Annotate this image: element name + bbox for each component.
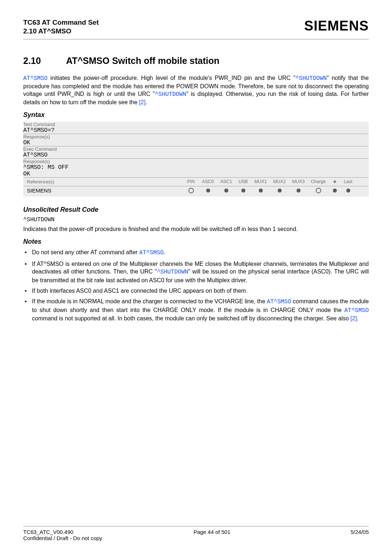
col-asc0: ASC0 (199, 179, 217, 185)
syntax-panel: Test Command AT^SMSO=? Response(s) OK Ex… (23, 122, 369, 197)
link-at-smso[interactable]: AT^SMSO (23, 75, 48, 82)
references-label: Reference(s) (27, 179, 183, 185)
col-mux3: MUX3 (289, 179, 308, 185)
reference-values (183, 187, 356, 194)
val-mux1 (251, 187, 270, 194)
link-at-smso-n4a[interactable]: AT^SMSO (267, 299, 291, 305)
reference-header-row: Reference(s) PIN ASC0 ASC1 USB MUX1 MUX2… (23, 178, 369, 186)
link-shutdown-n2[interactable]: ^SHUTDOWN (157, 269, 188, 275)
page-footer: TC63_ATC_V00.490 Page 44 of 501 5/24/05 … (23, 526, 369, 541)
notes-list: Do not send any other AT command after A… (23, 248, 369, 323)
reference-data-row: SIEMENS (23, 186, 369, 197)
response-label-2: Response(s) (23, 159, 369, 165)
link-shutdown-1[interactable]: ^SHUTDOWN (295, 75, 327, 82)
airplane-icon: ✈ (329, 179, 340, 185)
test-command: AT^SMSO=? (23, 127, 369, 134)
link-shutdown-2[interactable]: ^SHUTDOWN (155, 91, 186, 98)
footer-row-2: Confidential / Draft - Do not copy (23, 535, 369, 541)
exec-command-label: Exec Command (23, 146, 369, 152)
note-2: If AT^SMSO is entered on one of the Mult… (23, 260, 369, 284)
col-usb: USB (235, 179, 251, 185)
col-mux2: MUX2 (270, 179, 289, 185)
col-last: Last (340, 179, 356, 185)
note-3: If both interfaces ASC0 and ASC1 are con… (23, 287, 369, 295)
doc-subtitle: 2.10 AT^SMSO (23, 27, 99, 35)
header-left: TC63 AT Command Set 2.10 AT^SMSO (23, 18, 99, 35)
response-2a: ^SMSO: MS OFF (23, 164, 369, 171)
response-1: OK (23, 139, 369, 146)
footer-left: TC63_ATC_V00.490 (23, 529, 73, 535)
syntax-heading: Syntax (23, 111, 369, 119)
urc-description: Indicates that the power-off procedure i… (23, 225, 369, 233)
note-1: Do not send any other AT command after A… (23, 248, 369, 257)
note-4: If the module is in NORMAL mode and the … (23, 297, 369, 322)
urc-heading: Unsolicited Result Code (23, 206, 369, 214)
val-asc1 (217, 187, 235, 194)
link-at-smso-n4b[interactable]: AT^SMSO (344, 307, 369, 314)
siemens-logo: SIEMENS (304, 18, 369, 34)
val-pin (183, 187, 199, 194)
reference-vendor: SIEMENS (27, 187, 183, 194)
section-heading: 2.10 AT^SMSO Switch off mobile station (23, 56, 369, 66)
section-number: 2.10 (23, 56, 64, 66)
val-mux3 (289, 187, 308, 194)
col-asc1: ASC1 (217, 179, 235, 185)
val-last (340, 187, 356, 194)
response-2b: OK (23, 171, 369, 178)
test-command-label: Test Command (23, 122, 369, 127)
urc-code: ^SHUTDOWN (23, 216, 369, 223)
val-charge (308, 187, 329, 194)
header-rule (23, 39, 369, 40)
footer-center: Page 44 of 501 (193, 529, 230, 535)
exec-command: AT^SMSO (23, 152, 369, 159)
footer-right: 5/24/05 (351, 529, 369, 535)
intro-paragraph: AT^SMSO initiates the power-off procedur… (23, 74, 369, 106)
val-asc0 (199, 187, 217, 194)
col-pin: PIN (183, 179, 199, 185)
link-at-smso-n1[interactable]: AT^SMSO (139, 250, 164, 256)
footer-row-1: TC63_ATC_V00.490 Page 44 of 501 5/24/05 (23, 529, 369, 535)
col-charge: Charge (308, 179, 329, 185)
notes-heading: Notes (23, 238, 369, 246)
page-header: TC63 AT Command Set 2.10 AT^SMSO SIEMENS (23, 18, 369, 35)
col-mux1: MUX1 (251, 179, 270, 185)
page-root: TC63 AT Command Set 2.10 AT^SMSO SIEMENS… (0, 0, 392, 555)
doc-title: TC63 AT Command Set (23, 18, 99, 27)
reference-columns: PIN ASC0 ASC1 USB MUX1 MUX2 MUX3 Charge … (183, 179, 356, 185)
footer-rule (23, 526, 369, 527)
link-ref-2[interactable]: [2] (139, 99, 146, 105)
val-mux2 (270, 187, 289, 194)
response-label-1: Response(s) (23, 134, 369, 140)
val-usb (235, 187, 251, 194)
section-title: AT^SMSO Switch off mobile station (66, 56, 219, 66)
link-ref-2-n4[interactable]: [2] (351, 315, 357, 321)
val-airplane (329, 187, 340, 194)
